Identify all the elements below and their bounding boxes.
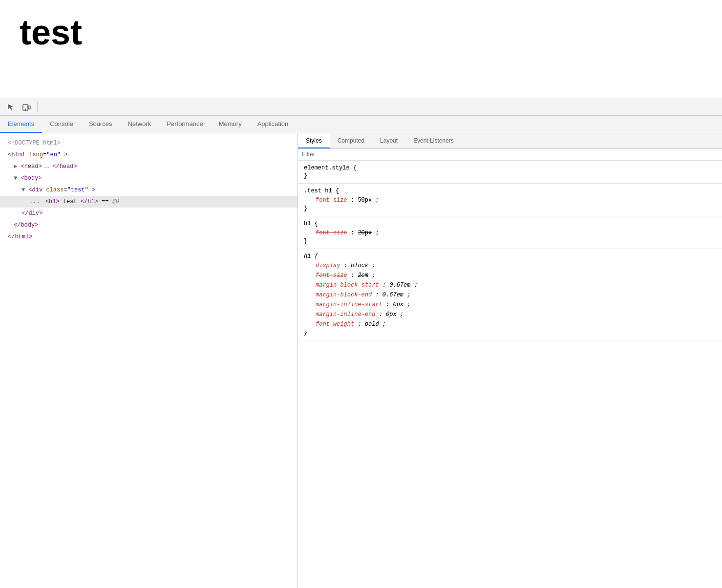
styles-panel: Styles Computed Layout Event Listeners e… xyxy=(298,133,722,588)
devtools-panel: Elements Console Sources Network Perform… xyxy=(0,98,722,588)
tab-console[interactable]: Console xyxy=(42,116,81,133)
style-rule-test-h1: .test h1 { font-size : 50px ; } xyxy=(298,184,722,216)
tab-computed[interactable]: Computed xyxy=(330,133,372,148)
selector-h1: h1 { xyxy=(304,220,716,227)
prop-font-size-20: font-size : 20px ; xyxy=(304,228,716,238)
dom-html-close[interactable]: </html> xyxy=(0,231,297,243)
style-rule-h1-ua: h1 { display : block ; font-size : 2em ; xyxy=(298,249,722,340)
prop-margin-block-start: margin-block-start : 0.67em ; xyxy=(304,280,716,290)
prop-margin-inline-start: margin-inline-start : 0px ; xyxy=(304,300,716,310)
tab-network[interactable]: Network xyxy=(120,116,159,133)
device-toggle-icon[interactable] xyxy=(20,100,33,114)
dom-html[interactable]: <html lang="en" > xyxy=(0,149,297,161)
prop-margin-block-end: margin-block-end : 0.67em ; xyxy=(304,290,716,300)
styles-content: element.style { } .test h1 { font-size :… xyxy=(298,161,722,588)
inspector-icon[interactable] xyxy=(4,100,18,114)
selector-h1-ua: h1 { xyxy=(304,253,716,260)
prop-font-size-50: font-size : 50px ; xyxy=(304,195,716,205)
style-rule-h1-strikethrough: h1 { font-size : 20px ; } xyxy=(298,216,722,249)
tab-elements[interactable]: Elements xyxy=(0,116,42,133)
selector-element-style: element.style { xyxy=(304,165,716,171)
svg-rect-1 xyxy=(28,106,30,109)
tab-sources[interactable]: Sources xyxy=(81,116,120,133)
tab-layout[interactable]: Layout xyxy=(372,133,405,148)
prop-font-size-2em: font-size : 2em ; xyxy=(304,271,716,280)
tab-application[interactable]: Application xyxy=(250,116,297,133)
styles-filter-input[interactable] xyxy=(302,151,718,158)
devtools-tabs: Elements Console Sources Network Perform… xyxy=(0,116,722,133)
prop-font-weight: font-weight : bold ; xyxy=(304,319,716,329)
dom-h1[interactable]: ... <h1> test </h1> == $0 xyxy=(0,196,297,208)
prop-display: display : block ; xyxy=(304,261,716,271)
tab-styles[interactable]: Styles xyxy=(298,133,330,148)
dom-body-close[interactable]: </body> xyxy=(0,219,297,231)
toolbar-divider xyxy=(37,102,38,112)
style-rule-element: element.style { } xyxy=(298,161,722,184)
tab-memory[interactable]: Memory xyxy=(211,116,250,133)
dom-div[interactable]: ▼ <div class="test" > xyxy=(0,184,297,196)
dom-head[interactable]: ▶ <head> … </head> xyxy=(0,161,297,172)
page-title: test xyxy=(20,15,82,50)
svg-point-2 xyxy=(25,109,26,110)
devtools-body: <!DOCTYPE html> <html lang="en" > ▶ <hea… xyxy=(0,133,722,588)
styles-sub-tabs: Styles Computed Layout Event Listeners xyxy=(298,133,722,149)
dom-div-close[interactable]: </div> xyxy=(0,208,297,219)
dom-doctype[interactable]: <!DOCTYPE html> xyxy=(0,137,297,149)
styles-filter-bar xyxy=(298,149,722,161)
page-content: test xyxy=(0,0,722,98)
dom-panel: <!DOCTYPE html> <html lang="en" > ▶ <hea… xyxy=(0,133,298,588)
devtools-toolbar xyxy=(0,98,722,116)
dom-body[interactable]: ▼ <body> xyxy=(0,172,297,184)
prop-margin-inline-end: margin-inline-end : 0px ; xyxy=(304,310,716,319)
tab-performance[interactable]: Performance xyxy=(159,116,211,133)
selector-test-h1: .test h1 { xyxy=(304,188,716,194)
tab-event-listeners[interactable]: Event Listeners xyxy=(405,133,462,148)
